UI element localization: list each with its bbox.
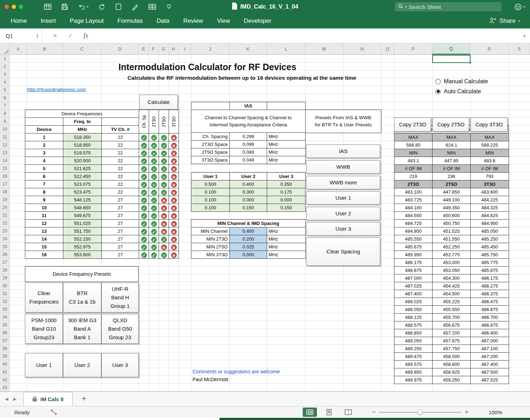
status-cell[interactable]: ✕ [169, 227, 179, 235]
ias-label-cell[interactable]: 3T3O Space [191, 156, 230, 164]
status-cell[interactable]: ✕ [159, 220, 169, 227]
column-header-h[interactable]: H [169, 43, 179, 54]
status-cell[interactable]: ✓ [149, 243, 159, 251]
formula-input[interactable] [88, 28, 523, 43]
normal-view-button[interactable] [303, 408, 317, 417]
intermod-cell[interactable]: 449.350 [433, 204, 471, 212]
device-number-cell[interactable]: 12 [25, 220, 63, 227]
device-freq-cell[interactable]: 523.475 [63, 188, 102, 196]
ribbon-tab-formulas[interactable]: Formulas [117, 17, 143, 25]
freq-preset-button-300-iem-g3-band-a-bank-1[interactable]: 300 IEM G3 Band A Bank 1 [63, 314, 101, 344]
device-freq-cell[interactable]: 548.125 [63, 196, 102, 204]
zoom-out-button[interactable]: − [372, 408, 376, 416]
intermod-cell[interactable]: 450.750 [433, 220, 471, 227]
status-cell[interactable]: ✓ [139, 157, 149, 165]
comments-link[interactable]: Comments or suggestions are welcome [192, 369, 280, 374]
min-label-cell[interactable]: MIN 3T3O [191, 251, 230, 259]
intermod-cell[interactable]: 219 [394, 173, 433, 180]
status-cell[interactable]: ✓ [149, 227, 159, 235]
ribbon-tab-data[interactable]: Data [157, 17, 169, 25]
row-header-31[interactable]: 31 [0, 290, 10, 298]
intermod-cell[interactable]: 487.000 [394, 274, 433, 282]
ribbon-tab-developer[interactable]: Developer [244, 17, 271, 25]
column-header-s[interactable]: S [509, 43, 530, 54]
intermod-cell[interactable]: 487.400 [394, 290, 433, 298]
min-label-cell[interactable]: MIN Channel [191, 227, 230, 235]
preset-button-ias[interactable]: IAS [306, 145, 380, 158]
intermod-cell[interactable]: 486.900 [471, 329, 509, 337]
device-tvch-cell[interactable]: 27 [102, 243, 139, 251]
user-value-cell[interactable]: 0.350 [267, 180, 306, 188]
radio-icon[interactable] [435, 79, 441, 84]
device-tvch-cell[interactable]: 22 [102, 141, 139, 149]
status-cell[interactable]: ✓ [149, 196, 159, 204]
intermod-cell[interactable]: 486.175 [394, 259, 433, 267]
preset-button-wwb-more[interactable]: WWB more [306, 176, 380, 189]
device-tvch-cell[interactable]: 22 [102, 180, 139, 188]
status-cell[interactable]: ✓ [139, 173, 149, 180]
worksheet-grid[interactable]: 1234567891011121314151617181920212223242… [0, 55, 530, 392]
intermod-cell[interactable]: 459.250 [433, 376, 471, 384]
device-number-cell[interactable]: 9 [25, 196, 63, 204]
status-cell[interactable]: ✕ [169, 141, 179, 149]
status-cell[interactable]: ✓ [149, 212, 159, 220]
intermod-cell[interactable]: 487.400 [471, 361, 509, 368]
intermod-cell[interactable]: 485.450 [471, 243, 509, 251]
column-header-j[interactable]: J [191, 43, 229, 54]
intermod-cell[interactable]: MIN [471, 149, 509, 157]
device-tvch-cell[interactable]: 22 [102, 173, 139, 180]
ias-label-cell[interactable]: 2T3O Space [191, 141, 230, 148]
min-value-cell[interactable]: 0.025 [230, 243, 267, 251]
intermod-cell[interactable]: 454.300 [433, 274, 471, 282]
selected-cell-q1[interactable] [432, 55, 471, 63]
intermod-cell[interactable]: 454.425 [433, 282, 471, 290]
status-cell[interactable]: ✓ [149, 173, 159, 180]
device-number-cell[interactable]: 15 [25, 243, 63, 251]
status-cell[interactable]: ✓ [159, 149, 169, 157]
preset-button-user-2[interactable]: User 2 [306, 207, 380, 220]
zoom-window-button[interactable] [19, 5, 23, 9]
intermod-cell[interactable]: # OF IM [471, 165, 509, 173]
device-freq-cell[interactable]: 521.625 [63, 165, 102, 173]
intermod-cell[interactable]: MAX [433, 133, 471, 141]
preset-button-wwb[interactable]: WWB [306, 160, 380, 174]
row-header-33[interactable]: 33 [0, 305, 10, 313]
row-header-1[interactable]: 1 [0, 55, 10, 63]
device-number-cell[interactable]: 3 [25, 149, 63, 157]
freq-preset-button-user-3[interactable]: User 3 [101, 353, 139, 377]
status-cell[interactable]: ✓ [159, 251, 169, 259]
intermod-cell[interactable]: 483.600 [471, 188, 509, 196]
freq-preset-button-uhf-r-band-h-group-1[interactable]: UHF-R Band H Group 1 [101, 283, 139, 313]
intermod-cell[interactable]: 486.475 [471, 298, 509, 306]
intermod-cell[interactable]: 488.025 [394, 298, 433, 306]
intermod-cell[interactable]: 487.100 [471, 345, 509, 353]
status-cell[interactable]: ✓ [139, 149, 149, 157]
freq-preset-button-qlxd-band-g50-group-23[interactable]: QLXD Band G50 Group 23 [101, 314, 139, 344]
intermod-cell[interactable]: 484.100 [394, 204, 433, 212]
row-header-12[interactable]: 12 [0, 141, 10, 149]
row-header-34[interactable]: 34 [0, 313, 10, 321]
row-header-19[interactable]: 19 [0, 196, 10, 204]
copy-3t3o-button[interactable]: Copy 3T3O [471, 117, 508, 132]
row-header-9[interactable]: 9 [0, 117, 10, 125]
intermod-cell[interactable]: 485.750 [471, 251, 509, 259]
user-value-cell[interactable]: 0.100 [191, 204, 230, 212]
intermod-cell[interactable]: 485.950 [394, 251, 433, 259]
column-header-o[interactable]: O [381, 43, 394, 54]
intermod-cell[interactable]: 483.725 [394, 196, 433, 204]
page-icon[interactable] [115, 3, 122, 10]
device-freq-cell[interactable]: 523.075 [63, 180, 102, 188]
next-sheet-arrow[interactable]: ▶ [13, 397, 16, 401]
cancel-entry-button[interactable]: ✕ [53, 32, 57, 39]
column-header-d[interactable]: D [101, 43, 139, 54]
ias-value-cell[interactable]: 0.089 [230, 148, 267, 156]
row-header-10[interactable]: 10 [0, 125, 10, 133]
auto-calculate-radio[interactable]: Auto Calculate [435, 88, 481, 95]
intermod-cell[interactable]: 2T5O [433, 180, 471, 188]
freq-in-header[interactable]: Freq. In [63, 118, 102, 126]
device-table-title[interactable]: Device Frequencies [25, 110, 139, 118]
zoom-in-button[interactable]: + [465, 408, 468, 416]
device-freq-cell[interactable]: 519.575 [63, 149, 102, 157]
intermod-cell[interactable]: 486.275 [471, 282, 509, 290]
status-cell[interactable]: ✓ [159, 165, 169, 173]
